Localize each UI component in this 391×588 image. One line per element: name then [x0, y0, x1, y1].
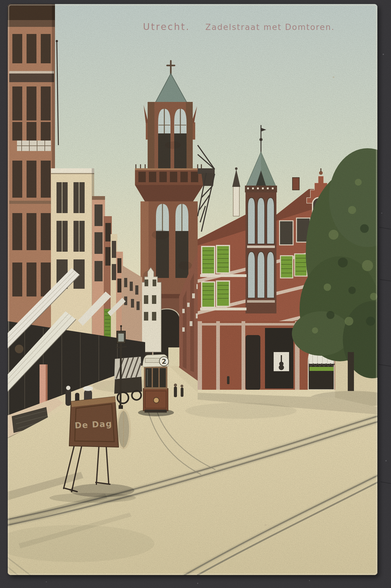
surface-noise [0, 0, 391, 588]
photo-of-postcard: 2 De Dag Ut [0, 0, 391, 588]
